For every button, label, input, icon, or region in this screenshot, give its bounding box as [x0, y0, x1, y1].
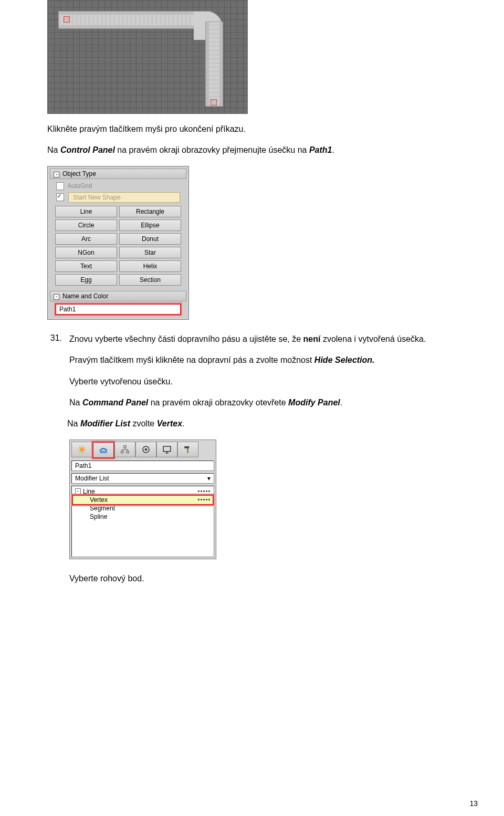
svg-point-0	[80, 447, 84, 452]
shape-button-circle[interactable]: Circle	[55, 219, 117, 231]
shape-button-egg[interactable]: Egg	[55, 274, 117, 286]
shape-button-star[interactable]: Star	[119, 247, 181, 258]
shape-button-helix[interactable]: Helix	[119, 260, 181, 272]
tab-display[interactable]	[156, 442, 177, 457]
instruction-text: Na Modifier List zvolte Vertex.	[67, 418, 457, 430]
minus-icon: -	[54, 172, 59, 177]
selection-handle	[64, 16, 70, 23]
collapse-icon[interactable]: -	[75, 488, 81, 494]
object-name-input[interactable]: Path1	[55, 304, 181, 315]
step-number: 31.	[47, 333, 62, 343]
instruction-text: Na Control Panel na pravém okraji obrazo…	[47, 144, 457, 156]
instruction-text: Vyberte vytvořenou úsečku.	[69, 376, 457, 388]
tab-utilities[interactable]	[177, 442, 198, 457]
shape-button-text[interactable]: Text	[55, 260, 117, 272]
svg-line-7	[79, 451, 80, 452]
start-new-shape-button[interactable]: Start New Shape	[68, 192, 180, 203]
checkbox-startnewshape[interactable]	[56, 193, 64, 201]
shape-button-ngon[interactable]: NGon	[55, 247, 117, 258]
shape-button-line[interactable]: Line	[55, 206, 117, 217]
shape-button-section[interactable]: Section	[119, 274, 181, 286]
selection-handle	[211, 99, 217, 106]
display-icon	[162, 445, 172, 454]
svg-rect-18	[184, 446, 189, 448]
tree-item-segment[interactable]: Segment	[73, 504, 213, 512]
svg-rect-10	[124, 445, 127, 447]
tab-motion[interactable]	[135, 442, 156, 457]
shape-button-grid: Line Rectangle Circle Ellipse Arc Donut …	[50, 204, 186, 288]
command-panel-tabs	[71, 442, 214, 458]
instruction-text: Vyberte rohový bod.	[69, 573, 457, 584]
tree-item-spline[interactable]: Spline	[73, 512, 213, 521]
tree-item-line[interactable]: - Line	[73, 487, 213, 496]
modify-icon	[99, 445, 108, 455]
tab-hierarchy[interactable]	[114, 442, 135, 457]
svg-line-5	[79, 446, 80, 447]
startnewshape-row: Start New Shape	[50, 191, 186, 204]
rollout-name-and-color[interactable]: -Name and Color	[50, 291, 186, 301]
shape-button-ellipse[interactable]: Ellipse	[119, 219, 181, 231]
instruction-text: Na Command Panel na pravém okraji obrazo…	[69, 397, 457, 409]
checkbox-autogrid[interactable]	[56, 182, 64, 190]
chevron-down-icon: ▾	[207, 475, 211, 482]
svg-rect-19	[187, 448, 188, 453]
command-panel: Path1 Modifier List ▾ - Line Vertex	[69, 440, 216, 559]
conveyor-horizontal	[58, 11, 212, 29]
shape-button-arc[interactable]: Arc	[55, 233, 117, 245]
svg-line-8	[83, 446, 85, 447]
motion-icon	[141, 445, 151, 454]
svg-rect-15	[163, 446, 171, 452]
viewport-grid	[47, 0, 248, 114]
autogrid-row: AutoGrid	[50, 181, 186, 191]
create-panel: -Object Type AutoGrid Start New Shape Li…	[47, 166, 189, 320]
svg-line-6	[83, 451, 85, 452]
shape-button-rectangle[interactable]: Rectangle	[119, 206, 181, 217]
subobject-handles-icon	[197, 488, 211, 495]
hierarchy-icon	[120, 445, 130, 454]
tab-modify[interactable]	[92, 442, 114, 458]
svg-rect-9	[100, 451, 107, 453]
modifier-list-dropdown[interactable]: Modifier List ▾	[71, 473, 214, 484]
svg-rect-11	[121, 451, 124, 453]
hammer-icon	[183, 445, 193, 454]
svg-point-14	[145, 448, 148, 451]
instruction-text: Klikněte pravým tlačítkem myši pro ukonč…	[47, 123, 457, 135]
tree-item-vertex[interactable]: Vertex	[73, 496, 213, 504]
instruction-text: Znovu vyberte všechny části dopravního p…	[69, 333, 457, 345]
object-name-field[interactable]: Path1	[71, 461, 214, 471]
create-icon	[77, 445, 87, 454]
subobject-handles-icon	[197, 496, 211, 504]
shape-button-donut[interactable]: Donut	[119, 233, 181, 245]
instruction-text: Pravým tlačítkem myši klikněte na doprav…	[69, 354, 457, 366]
modifier-stack: - Line Vertex Segment Spline	[71, 486, 214, 557]
rollout-object-type[interactable]: -Object Type	[50, 169, 186, 179]
tab-create[interactable]	[71, 442, 92, 457]
minus-icon: -	[54, 294, 59, 300]
conveyor-vertical	[205, 22, 223, 107]
svg-rect-12	[127, 451, 129, 453]
